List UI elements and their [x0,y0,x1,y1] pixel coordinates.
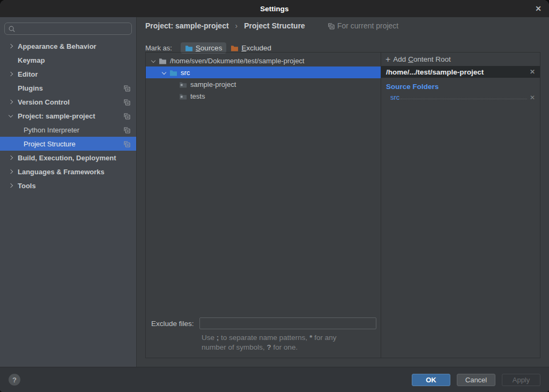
source-folder-row[interactable]: src ✕ [390,93,535,101]
remove-icon[interactable]: ✕ [530,68,535,76]
mark-as-label: Mark as: [145,44,172,52]
plus-icon: + [385,55,390,64]
sidebar-item-version-control[interactable]: Version Control [0,95,136,109]
breadcrumb-separator-icon: › [235,21,238,30]
dialog-footer: ? OK Cancel Apply [0,367,549,392]
folder-icon [159,57,167,64]
sidebar-item-label: Build, Execution, Deployment [18,154,116,162]
sidebar-item-label: Tools [18,182,36,190]
content-roots-pane: + Add Content Root /home/.../test/sample… [381,53,540,358]
add-content-root-button[interactable]: + Add Content Root [381,53,540,66]
breadcrumb-page: Project Structure [244,21,305,30]
search-box[interactable] [4,23,132,35]
content-root-row[interactable]: /home/.../test/sample-project ✕ [381,66,540,78]
chevron-down-icon [9,113,13,117]
exclude-files-input[interactable] [199,317,376,329]
exclude-files-hint: Use ; to separate name patterns, * for a… [202,333,376,352]
apply-button[interactable]: Apply [502,374,540,386]
chevron-right-icon [9,156,13,160]
tree-row-content-root[interactable]: /home/sven/Dokumente/test/sample-project [146,55,381,66]
sidebar-item-project-structure[interactable]: Project Structure [0,137,136,151]
tree-row-src[interactable]: src [146,66,381,78]
breadcrumb-project: Project: sample-project [145,21,229,30]
settings-content: Project: sample-project › Project Struct… [137,17,549,367]
per-project-icon [123,127,130,134]
remove-icon[interactable]: ✕ [530,94,535,101]
per-project-icon [328,23,335,29]
sidebar-item-label: Keymap [18,56,45,64]
excluded-folder-icon [231,45,239,51]
sidebar-item-label: Project: sample-project [18,112,95,120]
folder-icon [179,81,187,88]
tree-row-sample-project[interactable]: sample-project [146,78,381,90]
source-folder-name: src [390,93,399,101]
content-tree-pane: /home/sven/Dokumente/test/sample-project… [146,53,381,358]
tree-row-label: tests [190,92,205,100]
sidebar-item-build-execution-deployment[interactable]: Build, Execution, Deployment [0,151,136,165]
sidebar-item-label: Languages & Frameworks [18,168,105,176]
chevron-down-icon [151,58,155,63]
sidebar-item-editor[interactable]: Editor [0,67,136,81]
sidebar-item-label: Editor [18,70,38,78]
help-button[interactable]: ? [9,374,20,386]
sidebar-item-appearance-behavior[interactable]: Appearance & Behavior [0,39,136,53]
add-content-root-label: Add Content Root [393,55,450,63]
per-project-icon [123,99,130,106]
sidebar-item-label: Appearance & Behavior [18,42,97,50]
chevron-right-icon [9,44,13,48]
close-icon[interactable]: ✕ [535,0,541,17]
sidebar-item-languages-frameworks[interactable]: Languages & Frameworks [0,165,136,179]
per-project-icon [123,113,130,120]
chevron-right-icon [9,100,13,104]
exclude-files-label: Exclude files: [151,320,194,328]
tree-row-label: sample-project [190,80,236,88]
sidebar-item-python-interpreter[interactable]: Python Interpreter [0,123,136,137]
sidebar-item-label: Version Control [18,98,70,106]
tree-row-label: /home/sven/Dokumente/test/sample-project [170,57,305,65]
folder-icon [179,93,187,100]
tree-row-label: src [181,69,190,77]
source-folder-icon [169,69,177,76]
footer-buttons: OK Cancel Apply [412,374,540,386]
source-folders-title: Source Folders [386,83,540,91]
settings-sidebar: Appearance & Behavior Keymap Editor Plug… [0,17,137,367]
settings-window: Settings ✕ Appearance & Behavior Keymap [0,0,549,392]
chevron-right-icon [9,169,13,174]
context-note: For current project [328,21,398,30]
sidebar-item-project[interactable]: Project: sample-project [0,109,136,123]
directory-tree: /home/sven/Dokumente/test/sample-project… [146,53,381,102]
sidebar-item-plugins[interactable]: Plugins [0,81,136,95]
per-project-icon [123,140,130,147]
breadcrumb: Project: sample-project › Project Struct… [145,21,398,30]
chevron-right-icon [9,72,13,76]
chevron-down-icon [162,70,166,75]
sidebar-item-tools[interactable]: Tools [0,179,136,193]
cancel-button[interactable]: Cancel [457,374,495,386]
window-title: Settings [260,5,288,13]
titlebar: Settings ✕ [0,0,549,17]
dotted-leader [400,99,527,99]
tree-row-tests[interactable]: tests [146,90,381,102]
search-input[interactable] [16,25,128,33]
exclude-files-section: Exclude files: Use ; to separate name pa… [151,317,376,352]
sidebar-item-keymap[interactable]: Keymap [0,53,136,67]
per-project-icon [123,85,130,92]
settings-nav: Appearance & Behavior Keymap Editor Plug… [0,39,136,193]
sources-folder-icon [185,45,193,51]
chevron-right-icon [9,183,13,188]
sidebar-item-label: Python Interpreter [24,126,79,134]
structure-panel: /home/sven/Dokumente/test/sample-project… [145,52,540,358]
context-note-label: For current project [337,21,398,30]
sidebar-item-label: Project Structure [24,140,76,148]
search-icon [8,25,16,33]
ok-button[interactable]: OK [412,374,450,386]
sidebar-item-label: Plugins [18,84,43,92]
content-root-path: /home/.../test/sample-project [386,68,484,76]
